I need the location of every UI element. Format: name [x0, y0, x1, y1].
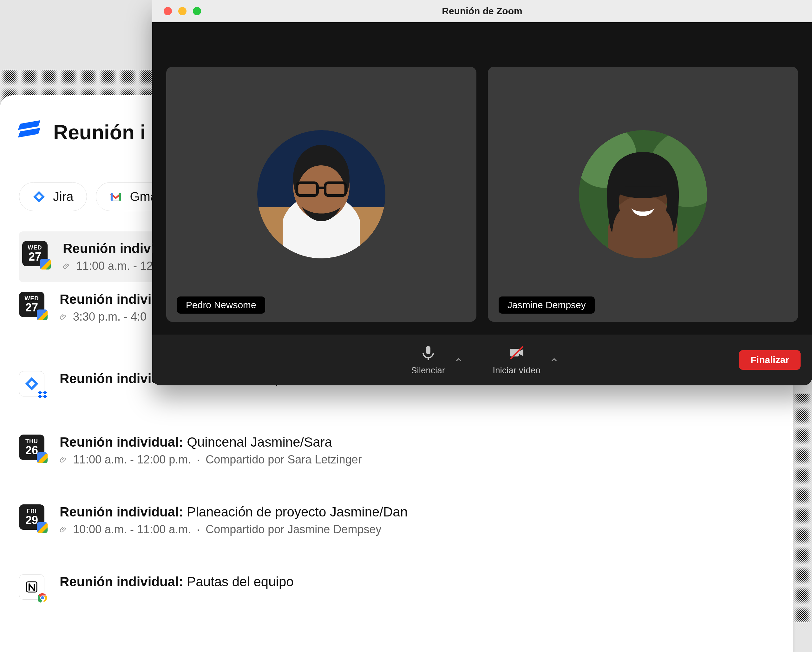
calendar-date-badge: THU 26	[19, 435, 44, 460]
jira-icon	[24, 377, 39, 391]
list-item-title: Reunión individual: Quincenal Jasmine/Sa…	[60, 435, 362, 450]
attachment-icon	[60, 456, 67, 464]
notion-icon	[24, 580, 39, 594]
window-close-button[interactable]	[164, 7, 172, 15]
panel-title: Reunión i	[53, 121, 146, 144]
svg-rect-29	[426, 346, 430, 354]
participant-tile[interactable]: Pedro Newsome	[166, 67, 476, 322]
list-item-subtitle: 10:00 a.m. - 11:00 a.m. · Compartido por…	[60, 523, 408, 536]
svg-marker-7	[38, 391, 43, 394]
list-item-title: Reunión indivi	[60, 292, 151, 307]
file-badge	[19, 574, 44, 600]
zoom-titlebar[interactable]: Reunión de Zoom	[152, 0, 812, 22]
list-item-title: Reunión individual: Planeación de proyec…	[60, 504, 408, 520]
svg-rect-3	[111, 193, 113, 200]
list-item-text: Reunión individual: Planeación de proyec…	[60, 504, 408, 536]
google-calendar-icon	[40, 259, 51, 269]
google-calendar-icon	[37, 452, 47, 463]
svg-rect-4	[119, 193, 121, 200]
list-item-subtitle: 11:00 a.m. - 12	[63, 259, 154, 273]
calendar-date-badge: WED 27	[19, 292, 44, 317]
attachment-icon	[60, 526, 67, 533]
list-item[interactable]: Reunión individual: Pautas del equipo	[19, 565, 774, 609]
chip-label: Jira	[53, 190, 73, 204]
list-item-text: Reunión individual: Pautas del equipo	[60, 574, 294, 589]
svg-marker-8	[43, 391, 47, 394]
list-item-subtitle: 3:30 p.m. - 4:0	[60, 310, 151, 323]
dropbox-icon	[38, 390, 47, 399]
zoom-participants-grid: Pedro Newsome	[152, 22, 812, 335]
attachment-icon	[60, 313, 67, 321]
list-item-title: Reunión individual: Pautas del equipo	[60, 574, 294, 589]
calendar-date-badge: FRI 29	[19, 504, 44, 530]
list-item-text: Reunión indivi 11:00 a.m. - 12	[63, 241, 154, 273]
video-options-chevron[interactable]	[549, 355, 560, 365]
svg-rect-28	[625, 175, 661, 186]
decoration-speckle	[793, 393, 812, 622]
zoom-window-title: Reunión de Zoom	[442, 6, 522, 17]
list-item-text: Reunión indivi 3:30 p.m. - 4:0	[60, 292, 151, 323]
microphone-icon	[420, 344, 437, 361]
window-minimize-button[interactable]	[178, 7, 186, 15]
window-maximize-button[interactable]	[193, 7, 201, 15]
participant-avatar	[579, 130, 707, 259]
participant-tile[interactable]: Jasmine Dempsey	[488, 67, 798, 322]
participant-avatar	[257, 130, 385, 259]
list-item-title: Reunión indivi	[63, 241, 154, 256]
participant-name-tag: Pedro Newsome	[177, 297, 265, 314]
app-logo-icon	[19, 120, 39, 144]
window-traffic-lights	[164, 0, 201, 22]
calendar-date-badge: WED 27	[22, 241, 47, 266]
list-item-subtitle: 11:00 a.m. - 12:00 p.m. · Compartido por…	[60, 453, 362, 466]
gmail-icon	[110, 190, 122, 203]
participant-name-tag: Jasmine Dempsey	[499, 297, 595, 314]
zoom-toolbar: Silenciar Iniciar vídeo F	[152, 335, 812, 386]
zoom-window: Reunión de Zoom	[152, 0, 812, 386]
file-badge	[19, 371, 44, 396]
svg-marker-9	[38, 395, 43, 398]
chrome-icon	[38, 593, 47, 603]
start-video-button[interactable]: Iniciar vídeo	[486, 344, 547, 375]
filter-chip-jira[interactable]: Jira	[19, 182, 87, 211]
google-calendar-icon	[37, 522, 47, 533]
mute-button[interactable]: Silenciar	[405, 344, 451, 375]
jira-icon	[33, 190, 45, 203]
svg-marker-10	[43, 395, 47, 398]
list-item-text: Reunión individual: Quincenal Jasmine/Sa…	[60, 435, 362, 466]
video-off-icon	[508, 344, 525, 361]
list-item[interactable]: THU 26 Reunión individual: Quincenal Jas…	[19, 425, 774, 476]
list-item[interactable]: FRI 29 Reunión individual: Planeación de…	[19, 495, 774, 546]
end-meeting-button[interactable]: Finalizar	[739, 350, 801, 370]
attachment-icon	[63, 262, 70, 270]
google-calendar-icon	[37, 309, 47, 320]
mute-options-chevron[interactable]	[453, 355, 464, 365]
